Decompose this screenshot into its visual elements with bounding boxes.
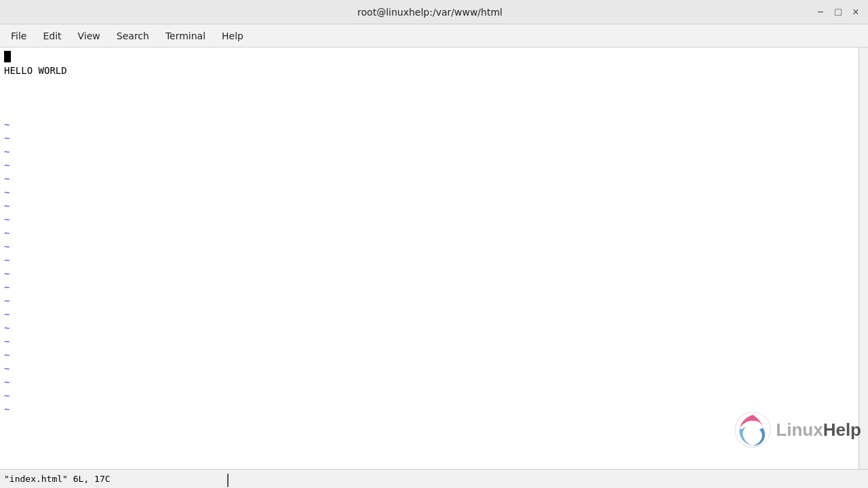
tilde-line: ~ (4, 253, 854, 267)
help-text: Help (823, 420, 861, 440)
tilde-line: ~ (4, 267, 854, 281)
linuxhelp-text: LinuxHelp (776, 420, 861, 441)
menu-search[interactable]: Search (108, 28, 157, 44)
tilde-line: ~ (4, 226, 854, 240)
scrollbar[interactable] (859, 47, 868, 469)
menu-view[interactable]: View (70, 28, 108, 44)
editor-line-2: HELLO WORLD (4, 64, 854, 77)
tilde-line: ~ (4, 159, 854, 172)
menu-terminal[interactable]: Terminal (157, 28, 214, 44)
cursor-indicator: | (224, 471, 232, 487)
window-controls: − □ × (814, 5, 863, 19)
tilde-line: ~ (4, 321, 854, 335)
tilde-line: ~ (4, 131, 854, 145)
linuxhelp-logo: LinuxHelp (734, 411, 861, 449)
tilde-line: ~ (4, 389, 854, 403)
tilde-line: ~ (4, 348, 854, 362)
title-bar: root@linuxhelp:/var/www/html − □ × (0, 0, 868, 24)
tilde-line: ~ (4, 308, 854, 321)
maximize-button[interactable]: □ (831, 5, 845, 19)
tilde-line: ~ (4, 172, 854, 186)
linux-text: Linux (776, 420, 823, 440)
close-button[interactable]: × (849, 5, 863, 19)
editor-empty-line (4, 104, 854, 118)
status-text: "index.html" 6L, 17C (4, 474, 864, 484)
editor-empty-line (4, 91, 854, 104)
linuxhelp-logo-icon (734, 411, 772, 449)
menu-file[interactable]: File (3, 28, 35, 44)
tilde-line: ~ (4, 213, 854, 226)
svg-point-1 (745, 421, 758, 432)
status-bar: "index.html" 6L, 17C | (0, 469, 868, 488)
editor-empty-line (4, 77, 854, 91)
tilde-line: ~ (4, 362, 854, 375)
editor-container: HELLO WORLD ~ ~ ~ ~ ~ ~ ~ ~ ~ ~ ~ ~ ~ ~ … (0, 47, 868, 469)
window-title: root@linuxhelp:/var/www/html (46, 7, 814, 18)
tilde-line: ~ (4, 240, 854, 253)
editor-line-1 (4, 50, 854, 64)
tilde-line: ~ (4, 118, 854, 131)
menu-help[interactable]: Help (214, 28, 252, 44)
terminal-window: root@linuxhelp:/var/www/html − □ × File … (0, 0, 868, 488)
tilde-line: ~ (4, 281, 854, 294)
tilde-line: ~ (4, 145, 854, 159)
editor-content[interactable]: HELLO WORLD ~ ~ ~ ~ ~ ~ ~ ~ ~ ~ ~ ~ ~ ~ … (0, 47, 859, 469)
menu-edit[interactable]: Edit (35, 28, 69, 44)
minimize-button[interactable]: − (814, 5, 827, 19)
tilde-line: ~ (4, 294, 854, 308)
tilde-line: ~ (4, 375, 854, 389)
tilde-line: ~ (4, 335, 854, 348)
tilde-line: ~ (4, 403, 854, 416)
text-cursor (4, 51, 11, 62)
tilde-line: ~ (4, 186, 854, 199)
tilde-line: ~ (4, 199, 854, 213)
menu-bar: File Edit View Search Terminal Help (0, 24, 868, 47)
